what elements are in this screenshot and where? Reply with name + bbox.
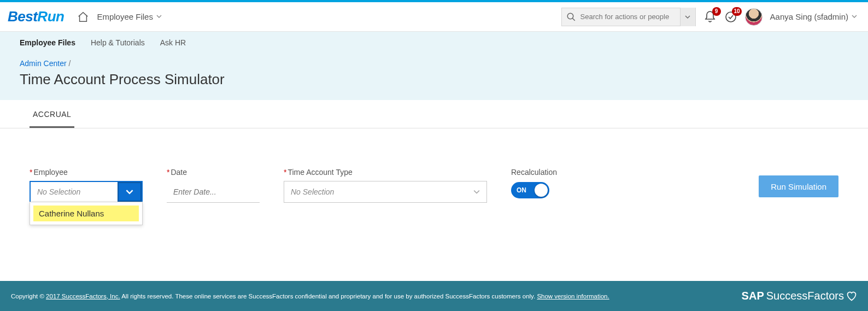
footer-text: Copyright © 2017 SuccessFactors, Inc. Al… (11, 293, 609, 300)
sub-nav: Employee Files Help & Tutorials Ask HR (0, 32, 868, 51)
search-dropdown-button[interactable] (680, 8, 695, 26)
footer: Copyright © 2017 SuccessFactors, Inc. Al… (0, 281, 868, 311)
breadcrumb: Admin Center / (0, 51, 868, 69)
date-input[interactable] (167, 181, 260, 203)
field-time-account-type: *Time Account Type No Selection (284, 168, 487, 203)
tab-accrual[interactable]: ACCRUAL (30, 102, 74, 128)
logo-text-run: Run (37, 8, 64, 25)
global-header: Best Run Employee Files 9 10 (0, 2, 868, 32)
svg-line-1 (572, 18, 575, 21)
label-time-account-type: *Time Account Type (284, 168, 487, 177)
sap-successfactors-logo: SAP SuccessFactors (742, 290, 857, 302)
run-simulation-button[interactable]: Run Simulation (759, 175, 838, 197)
field-date: *Date (167, 168, 260, 203)
employee-select-toggle[interactable] (118, 182, 142, 202)
field-recalculation: Recalculation ON (511, 168, 557, 198)
chevron-down-icon (473, 189, 480, 195)
time-account-type-select[interactable]: No Selection (284, 181, 487, 203)
module-dropdown[interactable]: Employee Files (97, 12, 162, 21)
field-employee: *Employee No Selection Catherine Nullans (30, 168, 143, 203)
header-right: 9 10 Aanya Sing (sfadmin) (561, 8, 857, 26)
subnav-employee-files[interactable]: Employee Files (20, 38, 75, 47)
breadcrumb-admin-center[interactable]: Admin Center (20, 59, 67, 68)
home-icon[interactable] (77, 11, 89, 23)
notifications-button[interactable]: 9 (703, 10, 717, 24)
module-dropdown-label: Employee Files (97, 12, 153, 21)
label-date: *Date (167, 168, 260, 177)
search-icon (566, 12, 576, 22)
global-search[interactable] (561, 8, 696, 26)
sub-header: Employee Files Help & Tutorials Ask HR A… (0, 32, 868, 100)
user-menu[interactable]: Aanya Sing (sfadmin) (770, 12, 857, 21)
toggle-state-label: ON (517, 186, 526, 194)
form-area: *Employee No Selection Catherine Nullans… (0, 128, 868, 203)
label-employee: *Employee (30, 168, 143, 177)
user-label: Aanya Sing (sfadmin) (770, 12, 848, 21)
footer-version-link[interactable]: Show version information. (537, 293, 609, 300)
heart-icon (846, 291, 857, 302)
todos-badge: 10 (732, 7, 741, 16)
svg-point-0 (567, 13, 573, 19)
label-recalculation: Recalculation (511, 168, 557, 177)
tab-bar: ACCRUAL (0, 100, 868, 128)
notifications-badge: 9 (712, 7, 721, 16)
employee-option[interactable]: Catherine Nullans (33, 206, 139, 221)
page-title: Time Account Process Simulator (0, 69, 868, 100)
todos-button[interactable]: 10 (724, 10, 737, 24)
search-input[interactable] (580, 13, 680, 21)
chevron-down-icon (156, 13, 162, 21)
logo-text-best: Best (8, 8, 37, 25)
chevron-down-icon (852, 13, 857, 21)
type-select-placeholder: No Selection (291, 187, 334, 196)
employee-select-placeholder: No Selection (31, 187, 118, 196)
employee-dropdown: Catherine Nullans (30, 202, 143, 225)
employee-select[interactable]: No Selection (30, 181, 143, 203)
toggle-knob (535, 184, 548, 197)
footer-copyright-link[interactable]: 2017 SuccessFactors, Inc. (46, 293, 120, 300)
subnav-help[interactable]: Help & Tutorials (91, 38, 145, 47)
subnav-ask-hr[interactable]: Ask HR (160, 38, 186, 47)
breadcrumb-sep: / (68, 59, 71, 68)
avatar[interactable] (745, 8, 763, 26)
logo[interactable]: Best Run (8, 8, 64, 25)
recalculation-toggle[interactable]: ON (511, 182, 549, 198)
